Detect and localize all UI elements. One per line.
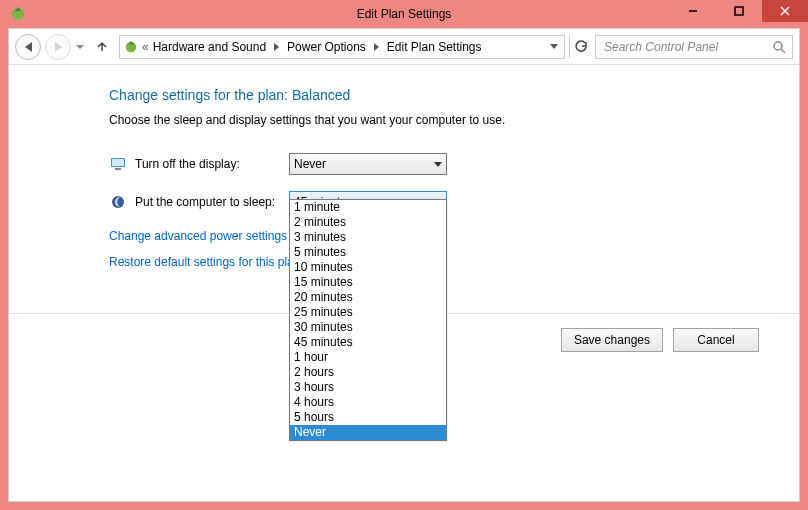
display-off-combo[interactable]: Never [289,153,447,175]
svg-rect-2 [735,7,743,15]
history-dropdown[interactable] [75,45,85,49]
main-content: Change settings for the plan: Balanced C… [9,65,799,501]
dropdown-option[interactable]: 15 minutes [290,275,446,290]
monitor-icon [109,155,127,173]
address-dropdown-icon[interactable] [550,44,558,49]
dropdown-option[interactable]: 2 minutes [290,215,446,230]
svg-line-7 [781,49,785,53]
moon-icon [109,193,127,211]
app-icon [8,4,28,24]
chevron-down-icon [434,162,442,167]
title-bar: Edit Plan Settings [0,0,808,28]
dropdown-option[interactable]: 1 minute [290,200,446,215]
maximize-button[interactable] [716,0,762,22]
close-button[interactable] [762,0,808,22]
location-icon [122,38,140,56]
dropdown-option[interactable]: 20 minutes [290,290,446,305]
dropdown-option[interactable]: 4 hours [290,395,446,410]
cancel-button[interactable]: Cancel [673,328,759,352]
sleep-label: Put the computer to sleep: [135,195,289,209]
page-heading: Change settings for the plan: Balanced [109,87,799,103]
search-icon [772,40,786,54]
chevron-right-icon [374,43,379,51]
save-button[interactable]: Save changes [561,328,663,352]
dropdown-option[interactable]: 2 hours [290,365,446,380]
address-bar[interactable]: « Hardware and Sound Power Options Edit … [119,35,565,59]
page-subtext: Choose the sleep and display settings th… [109,113,799,127]
breadcrumb-prefix: « [142,40,149,54]
svg-rect-9 [112,159,124,166]
up-button[interactable] [93,38,111,56]
sleep-row: Put the computer to sleep: 45 minutes [109,191,799,213]
dropdown-option[interactable]: 10 minutes [290,260,446,275]
dropdown-option[interactable]: 1 hour [290,350,446,365]
dropdown-option[interactable]: 5 minutes [290,245,446,260]
display-off-value: Never [294,157,326,171]
refresh-button[interactable] [569,36,591,58]
svg-point-6 [774,42,782,50]
nav-bar: « Hardware and Sound Power Options Edit … [9,29,799,65]
breadcrumb-item[interactable]: Power Options [283,36,370,58]
back-button[interactable] [15,34,41,60]
dropdown-option[interactable]: 3 minutes [290,230,446,245]
search-input[interactable] [602,39,772,55]
display-off-label: Turn off the display: [135,157,289,171]
dropdown-option[interactable]: Never [290,425,446,440]
advanced-link[interactable]: Change advanced power settings [109,229,799,243]
search-box[interactable] [595,35,793,59]
dropdown-option[interactable]: 45 minutes [290,335,446,350]
restore-link[interactable]: Restore default settings for this plan [109,255,799,269]
dropdown-option[interactable]: 5 hours [290,410,446,425]
dropdown-option[interactable]: 30 minutes [290,320,446,335]
minimize-button[interactable] [670,0,716,22]
dropdown-option[interactable]: 3 hours [290,380,446,395]
breadcrumb-item[interactable]: Edit Plan Settings [383,36,486,58]
dropdown-option[interactable]: 25 minutes [290,305,446,320]
svg-rect-10 [115,168,121,170]
display-off-row: Turn off the display: Never [109,153,799,175]
sleep-dropdown-list[interactable]: 1 minute2 minutes3 minutes5 minutes10 mi… [289,199,447,441]
content-frame: « Hardware and Sound Power Options Edit … [8,28,800,502]
forward-button[interactable] [45,34,71,60]
chevron-right-icon [274,43,279,51]
breadcrumb-item[interactable]: Hardware and Sound [149,36,270,58]
